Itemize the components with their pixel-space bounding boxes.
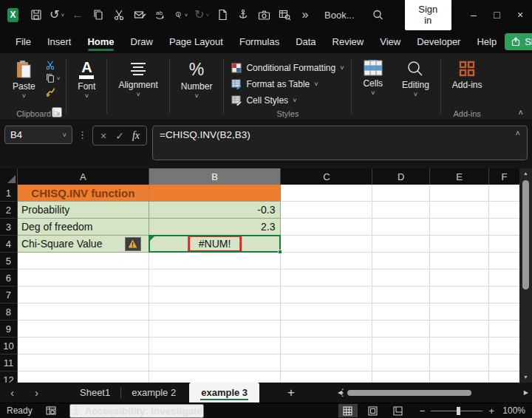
- tab-help[interactable]: Help: [468, 31, 505, 52]
- column-header-c[interactable]: C: [281, 168, 372, 185]
- cell[interactable]: [430, 354, 489, 371]
- tab-file[interactable]: File: [7, 31, 39, 52]
- cell[interactable]: [489, 219, 519, 236]
- cell[interactable]: [281, 354, 372, 371]
- insert-function-icon[interactable]: fx: [128, 130, 144, 142]
- next-sheet-icon[interactable]: ›: [24, 387, 49, 399]
- cell[interactable]: [372, 236, 430, 253]
- cell[interactable]: [430, 236, 489, 253]
- row-header-9[interactable]: 9: [0, 321, 18, 338]
- cut-icon[interactable]: [45, 60, 61, 70]
- undo-button[interactable]: ↺˅: [50, 5, 64, 24]
- table-search-icon[interactable]: [278, 5, 291, 24]
- email-icon[interactable]: [133, 5, 146, 24]
- search-icon[interactable]: [372, 5, 385, 24]
- cell[interactable]: [430, 270, 489, 287]
- cell[interactable]: [372, 219, 430, 236]
- cell[interactable]: [149, 371, 282, 383]
- cell[interactable]: [149, 287, 282, 304]
- sheet-tab-sheet1[interactable]: Sheet1: [69, 383, 120, 402]
- zoom-level[interactable]: 100%: [500, 405, 525, 416]
- font-button[interactable]: A Font ˅: [71, 58, 102, 100]
- close-icon[interactable]: ×: [508, 0, 532, 30]
- cell[interactable]: [489, 253, 519, 270]
- cell[interactable]: [281, 270, 372, 287]
- scroll-down-icon[interactable]: ▼: [523, 372, 528, 382]
- cell[interactable]: [489, 185, 519, 202]
- collapse-formula-bar-icon[interactable]: ˄: [516, 129, 520, 137]
- minimize-icon[interactable]: –: [462, 0, 485, 30]
- scroll-right-icon[interactable]: ▶: [524, 389, 528, 396]
- addins-button[interactable]: Add-ins: [446, 58, 489, 92]
- column-header-a[interactable]: A: [18, 168, 149, 185]
- cell[interactable]: [149, 354, 282, 371]
- cell[interactable]: [281, 287, 372, 304]
- cell[interactable]: [372, 304, 430, 321]
- cell-a2[interactable]: Probability: [18, 202, 149, 219]
- row-header-11[interactable]: 11: [0, 354, 18, 371]
- row-header-4[interactable]: 4: [0, 236, 18, 253]
- horizontal-scrollbar[interactable]: ◀ ▶: [338, 383, 528, 402]
- cell[interactable]: [18, 287, 149, 304]
- maximize-icon[interactable]: □: [485, 0, 509, 30]
- cell[interactable]: [281, 338, 372, 354]
- redo-button[interactable]: ↻˅: [195, 5, 208, 24]
- cell[interactable]: [18, 371, 149, 383]
- cell[interactable]: [430, 219, 489, 236]
- cell-styles-button[interactable]: Cell Styles ˅: [231, 93, 344, 107]
- cell[interactable]: [281, 253, 372, 270]
- cancel-icon[interactable]: ×: [95, 130, 112, 142]
- cell[interactable]: [149, 253, 282, 270]
- cell[interactable]: [430, 287, 489, 304]
- cell[interactable]: [281, 202, 372, 219]
- cell[interactable]: [281, 219, 372, 236]
- cell[interactable]: [489, 270, 519, 287]
- select-all-corner[interactable]: [0, 168, 18, 185]
- tab-home[interactable]: Home: [79, 31, 122, 52]
- cell[interactable]: [149, 270, 282, 287]
- tab-data[interactable]: Data: [287, 31, 324, 52]
- replace-icon[interactable]: ab: [154, 5, 167, 24]
- enter-check-icon[interactable]: ✓: [112, 130, 128, 142]
- new-file-icon[interactable]: [216, 5, 229, 24]
- cell[interactable]: [18, 270, 149, 287]
- cell-b4-selected[interactable]: #NUM!: [149, 236, 282, 253]
- tab-page-layout[interactable]: Page Layout: [161, 31, 231, 52]
- add-sheet-icon[interactable]: +: [287, 386, 295, 400]
- cell[interactable]: [430, 185, 489, 202]
- cell-a1[interactable]: CHISQ.INV function: [18, 185, 149, 202]
- format-painter-icon[interactable]: [45, 86, 61, 97]
- row-header-10[interactable]: 10: [0, 338, 18, 354]
- cell[interactable]: [372, 371, 430, 383]
- cell[interactable]: [18, 354, 149, 371]
- cell[interactable]: [281, 304, 372, 321]
- normal-view-icon[interactable]: [338, 404, 358, 417]
- cell[interactable]: [489, 287, 519, 304]
- accessibility-status[interactable]: Accessibility: Investigate: [69, 404, 204, 418]
- conditional-formatting-button[interactable]: Conditional Formatting ˅: [231, 61, 344, 75]
- alignment-button[interactable]: Alignment ˅: [112, 58, 164, 98]
- share-button[interactable]: Share ˅: [505, 33, 532, 50]
- tab-formulas[interactable]: Formulas: [231, 31, 287, 52]
- cell[interactable]: [372, 253, 430, 270]
- save-icon[interactable]: [30, 5, 43, 24]
- cell[interactable]: [430, 321, 489, 338]
- number-button[interactable]: % Number ˅: [174, 58, 219, 100]
- back-arrow-icon[interactable]: ←: [71, 5, 84, 24]
- formula-input[interactable]: =CHISQ.INV(B2,B3) ˄: [152, 126, 528, 160]
- cell[interactable]: [372, 270, 430, 287]
- row-header-2[interactable]: 2: [0, 202, 18, 219]
- horizontal-scrollbar-thumb[interactable]: [347, 390, 471, 396]
- anchor-icon[interactable]: [236, 5, 250, 24]
- row-header-8[interactable]: 8: [0, 304, 18, 321]
- tab-view[interactable]: View: [372, 31, 409, 52]
- row-header-5[interactable]: 5: [0, 253, 18, 270]
- cell[interactable]: [18, 338, 149, 354]
- cell[interactable]: [149, 321, 282, 338]
- toolbar-overflow-button[interactable]: »: [299, 5, 312, 24]
- cell[interactable]: [489, 321, 519, 338]
- column-header-d[interactable]: D: [372, 168, 430, 185]
- zoom-out-icon[interactable]: −: [420, 405, 426, 417]
- tab-developer[interactable]: Developer: [409, 31, 468, 52]
- vertical-scrollbar-thumb[interactable]: [522, 180, 529, 289]
